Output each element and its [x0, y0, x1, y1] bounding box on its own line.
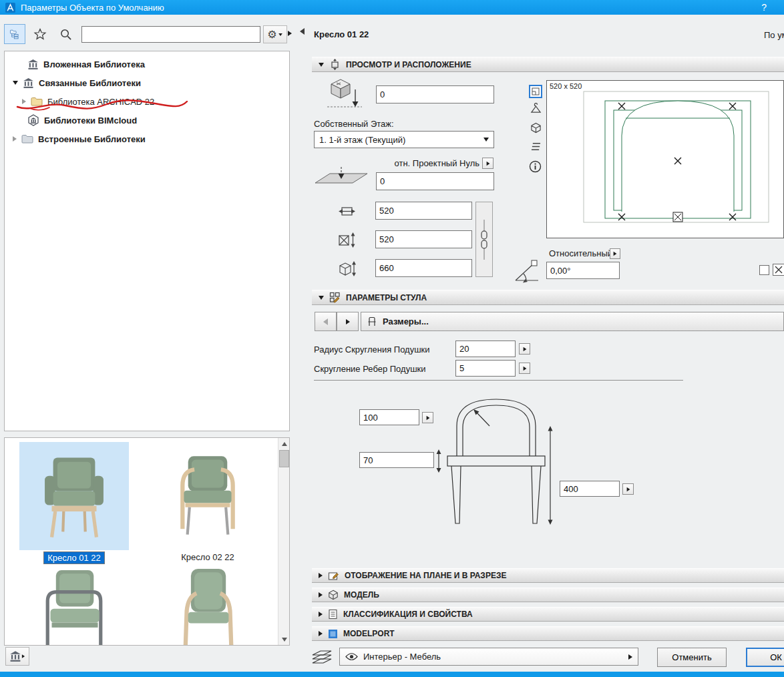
scroll-down-button[interactable]	[278, 634, 290, 645]
diagram-seat-height-input[interactable]	[560, 481, 620, 497]
thumbnail-chair-01[interactable]	[19, 442, 129, 550]
section-title: ПРОСМОТР И РАСПОЛОЖЕНИЕ	[346, 60, 471, 69]
top-elevation-icon	[325, 77, 365, 111]
section-expanded-icon	[319, 296, 324, 300]
thumbnail-chair-02[interactable]	[153, 442, 262, 550]
library-manager-button[interactable]	[5, 647, 29, 666]
view-2d-plan-button[interactable]	[529, 85, 542, 98]
tree-item-label: Связанные Библиотеки	[39, 78, 141, 88]
info-button[interactable]	[528, 159, 543, 174]
thumbnail-chair-01-label[interactable]: Кресло 01 22	[43, 551, 105, 564]
home-story-value: 1. 1-й этаж (Текущий)	[319, 135, 405, 145]
depth-input[interactable]	[375, 230, 472, 248]
mirror-checkbox[interactable]	[773, 264, 784, 276]
tree-item-embedded-library[interactable]: Вложенная Библиотека	[5, 55, 289, 73]
view-3d-button[interactable]	[528, 120, 543, 135]
chevron-expanded-icon[interactable]	[13, 81, 18, 85]
rotation-angle-input[interactable]	[546, 262, 620, 279]
cancel-button[interactable]: Отменить	[657, 648, 727, 667]
thumbnail-label-wrap: Кресло 02 22	[153, 551, 262, 563]
section-chair-parameters[interactable]: ПАРАМЕТРЫ СТУЛА	[312, 290, 784, 305]
next-page-button[interactable]	[337, 312, 359, 331]
chevron-right-icon	[22, 654, 25, 658]
folder-icon	[21, 134, 33, 144]
search-input[interactable]	[81, 26, 260, 43]
param-edge-round-popup-button[interactable]	[519, 363, 530, 374]
red-scribble-annotation	[12, 97, 191, 114]
param-edge-round-input[interactable]	[455, 360, 516, 377]
section-collapsed-icon	[319, 631, 323, 636]
layer-name: Интерьер - Мебель	[363, 652, 441, 662]
thumbnail-chair-04[interactable]	[153, 569, 262, 646]
section-modelport[interactable]: MODELPORT	[312, 626, 784, 641]
width-input[interactable]	[375, 202, 472, 220]
help-button[interactable]: ?	[761, 2, 767, 13]
diagram-seat-height-popup-button[interactable]	[622, 483, 634, 495]
object-preview-area[interactable]: 520 x 520	[546, 80, 784, 238]
thumbnail-chair-02-label[interactable]: Кресло 02 22	[178, 551, 238, 563]
diagram-back-radius-input[interactable]	[359, 409, 419, 425]
previous-page-button[interactable]	[315, 312, 337, 331]
scroll-up-button[interactable]	[278, 438, 290, 449]
chevron-collapsed-icon[interactable]	[13, 136, 17, 142]
chain-link-icon	[479, 220, 489, 260]
bottom-offset-input[interactable]	[376, 172, 494, 190]
tree-item-bimcloud-libraries[interactable]: Библиотеки BIMcloud	[5, 111, 289, 130]
reference-level-popup-button[interactable]	[482, 158, 494, 169]
tree-item-builtin-libraries[interactable]: Встроенные Библиотеки	[5, 130, 289, 148]
search-button[interactable]	[56, 25, 75, 43]
eye-icon	[345, 652, 358, 661]
divider	[314, 380, 683, 381]
scrollbar-thumb[interactable]	[279, 450, 289, 467]
collapse-panel-button[interactable]	[300, 28, 305, 35]
view-front-button[interactable]	[528, 101, 543, 116]
chevron-down-icon	[278, 33, 282, 35]
link-dimensions-toggle[interactable]	[475, 202, 493, 277]
modelport-icon	[328, 629, 338, 639]
parameter-page-label: Размеры...	[383, 316, 429, 326]
section-title: MODELPORT	[343, 629, 395, 638]
param-cushion-radius-popup-button[interactable]	[519, 343, 530, 355]
front-view-icon	[530, 103, 542, 114]
use-relative-checkbox[interactable]	[759, 265, 769, 275]
section-plan-display[interactable]: ОТОБРАЖЕНИЕ НА ПЛАНЕ И В РАЗРЕЗЕ	[312, 568, 784, 583]
plan-display-icon	[328, 571, 339, 581]
object-name: Кресло 01 22	[314, 29, 369, 39]
favorites-button[interactable]	[31, 25, 49, 43]
section-preview-placement[interactable]: ПРОСМОТР И РАСПОЛОЖЕНИЕ	[312, 57, 784, 72]
diagram-cushion-height-input[interactable]	[359, 452, 434, 468]
plan-view-icon	[532, 87, 540, 95]
search-icon	[59, 28, 72, 41]
top-offset-input[interactable]	[376, 85, 494, 103]
classification-list-icon	[328, 609, 338, 620]
section-classification[interactable]: КЛАССИФИКАЦИЯ И СВОЙСТВА	[312, 607, 784, 622]
layers-icon	[310, 648, 334, 666]
relative-angle-popup-button[interactable]	[610, 248, 620, 259]
folder-tree-icon	[9, 27, 20, 41]
section-collapsed-icon	[319, 612, 323, 617]
tree-item-label: Встроенные Библиотеки	[38, 134, 146, 144]
diagram-back-radius-popup-button[interactable]	[422, 412, 433, 423]
depth-dimension-icon	[338, 231, 356, 249]
view-picture-button[interactable]	[528, 139, 543, 154]
section-expanded-icon	[319, 63, 324, 67]
preview-picture-icon	[530, 142, 542, 152]
thumbnail-scrollbar[interactable]	[278, 438, 289, 645]
bimcloud-library-icon	[27, 114, 39, 126]
tree-item-label: Библиотеки BIMcloud	[44, 116, 137, 126]
folder-view-toggle-button[interactable]	[4, 24, 25, 44]
toolbar-flyout-arrow-icon[interactable]	[288, 31, 292, 36]
parameter-page-select[interactable]: Размеры...	[361, 312, 784, 331]
param-cushion-radius-input[interactable]	[455, 341, 516, 357]
tree-item-linked-libraries[interactable]: Связанные Библиотеки	[5, 73, 289, 92]
preview-plan-drawing	[547, 81, 783, 238]
settings-button[interactable]: ⚙	[263, 25, 287, 43]
height-input[interactable]	[375, 259, 472, 277]
layer-select[interactable]: Интерьер - Мебель	[339, 648, 638, 666]
ok-button[interactable]: ОК	[746, 648, 784, 667]
chair-01-image	[32, 451, 116, 541]
thumbnail-chair-03[interactable]	[19, 569, 129, 646]
section-model[interactable]: МОДЕЛЬ	[312, 588, 784, 602]
home-story-select[interactable]: 1. 1-й этаж (Текущий)	[314, 131, 494, 148]
library-building-icon	[9, 650, 21, 662]
